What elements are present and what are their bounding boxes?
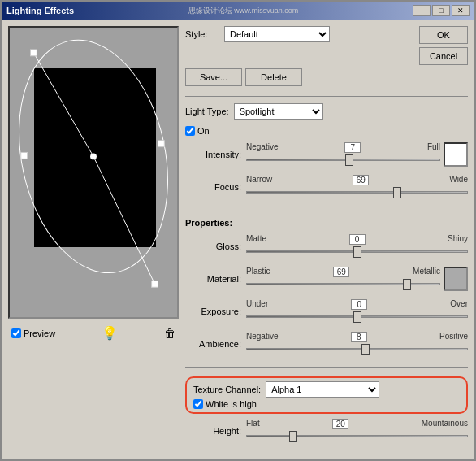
focus-label: Focus: [185, 182, 246, 192]
intensity-row: Intensity: Negative 7 Full [185, 142, 468, 167]
light-type-row: Light Type: Spotlight Omni Directional [185, 103, 468, 120]
texture-channel-row: Texture Channel: None Alpha 1 Alpha 2 [193, 381, 460, 398]
on-checkbox-row: On [185, 126, 468, 136]
style-label: Style: [185, 29, 218, 39]
top-right-buttons: OK Cancel [419, 26, 468, 65]
ambience-row: Ambience: Negative 8 Positive [185, 332, 468, 356]
exposure-value: 0 [351, 299, 367, 310]
focus-slider-container: Narrow 69 Wide [246, 175, 468, 199]
preview-canvas [8, 26, 179, 319]
material-left-label: Plastic [246, 267, 270, 277]
light-icon[interactable]: 💡 [102, 325, 118, 341]
gloss-right-label: Shiny [448, 234, 468, 245]
intensity-right-label: Full [427, 142, 440, 153]
on-label: On [197, 126, 210, 136]
trash-icon[interactable]: 🗑 [164, 327, 175, 340]
svg-rect-5 [21, 152, 28, 159]
svg-rect-4 [152, 281, 158, 287]
material-row: Material: Plastic 69 Metallic [185, 267, 468, 291]
gloss-label: Gloss: [185, 241, 246, 251]
preview-check: Preview [11, 328, 55, 338]
light-type-label: Light Type: [185, 107, 229, 116]
intensity-value: 7 [344, 142, 361, 153]
exposure-right-label: Over [450, 299, 468, 310]
preview-controls: Preview 💡 🗑 [8, 324, 179, 342]
texture-channel-select[interactable]: None Alpha 1 Alpha 2 [266, 381, 379, 398]
white-is-high-label: White is high [206, 399, 257, 409]
ambience-left-label: Negative [246, 332, 278, 342]
material-label: Material: [185, 274, 246, 284]
exposure-slider-container: Under 0 Over [246, 299, 468, 324]
height-left-label: Flat [246, 419, 260, 429]
title-bar-buttons: — □ ✕ [413, 5, 470, 16]
intensity-color-swatch[interactable] [444, 142, 468, 167]
material-right-label: Metallic [413, 267, 440, 277]
title-bar: Lighting Effects 思缘设计论坛 www.missvuan.com… [2, 2, 474, 20]
style-select[interactable]: Default [224, 26, 330, 42]
canvas-svg [10, 28, 177, 317]
svg-point-7 [90, 153, 97, 159]
ambience-slider[interactable] [246, 343, 468, 354]
save-button[interactable]: Save... [185, 68, 242, 86]
intensity-label: Intensity: [185, 150, 246, 159]
exposure-left-label: Under [246, 299, 268, 310]
ambience-right-label: Positive [439, 332, 468, 342]
height-right-label: Mountainous [422, 419, 468, 429]
focus-value: 69 [353, 175, 369, 185]
height-slider-container: Flat 20 Mountainous [246, 419, 468, 443]
material-value: 69 [333, 267, 349, 277]
lighting-effects-dialog: Lighting Effects 思缘设计论坛 www.missvuan.com… [0, 0, 476, 461]
delete-button[interactable]: Delete [245, 68, 302, 86]
intensity-left-label: Negative [246, 142, 278, 153]
watermark: 思缘设计论坛 www.missvuan.com [188, 6, 299, 16]
svg-rect-6 [158, 141, 164, 147]
intensity-slider-container: Negative 7 Full [246, 142, 440, 167]
height-value: 20 [332, 419, 348, 429]
properties-title: Properties: [185, 218, 468, 228]
height-row: Height: Flat 20 Mountainous [185, 419, 468, 443]
focus-slider[interactable] [246, 186, 468, 198]
preview-label: Preview [24, 328, 55, 338]
material-slider[interactable] [246, 278, 440, 289]
white-is-high-row: White is high [193, 399, 460, 409]
height-label: Height: [185, 426, 246, 436]
ambience-value: 8 [351, 332, 367, 342]
focus-left-label: Narrow [246, 175, 272, 185]
right-panel: Style: Default OK Cancel Save... Delete … [185, 26, 468, 453]
dialog-content: Preview 💡 🗑 Style: Default OK Cancel [2, 20, 474, 459]
preview-checkbox[interactable] [11, 328, 21, 338]
focus-row: Focus: Narrow 69 Wide [185, 175, 468, 199]
light-type-select[interactable]: Spotlight Omni Directional [234, 103, 323, 120]
focus-right-label: Wide [449, 175, 468, 185]
gloss-row: Gloss: Matte 0 Shiny [185, 234, 468, 259]
maximize-button[interactable]: □ [432, 5, 450, 16]
material-slider-container: Plastic 69 Metallic [246, 267, 440, 291]
gloss-left-label: Matte [246, 234, 266, 245]
dialog-title: Lighting Effects [6, 6, 74, 15]
gloss-slider[interactable] [246, 246, 468, 257]
exposure-row: Exposure: Under 0 Over [185, 299, 468, 324]
svg-line-2 [93, 156, 155, 284]
gloss-slider-container: Matte 0 Shiny [246, 234, 468, 259]
left-panel: Preview 💡 🗑 [8, 26, 179, 453]
ambience-slider-container: Negative 8 Positive [246, 332, 468, 356]
height-slider[interactable] [246, 430, 468, 441]
gloss-value: 0 [349, 234, 366, 245]
save-delete-row: Save... Delete [185, 68, 468, 86]
texture-channel-label: Texture Channel: [193, 385, 261, 394]
style-row: Style: Default [185, 26, 330, 42]
exposure-slider[interactable] [246, 311, 468, 322]
texture-section: Texture Channel: None Alpha 1 Alpha 2 Wh… [185, 376, 468, 414]
ok-button[interactable]: OK [419, 26, 468, 44]
ambience-label: Ambience: [185, 339, 246, 349]
svg-rect-3 [31, 50, 37, 56]
intensity-slider[interactable] [246, 154, 440, 165]
close-button[interactable]: ✕ [452, 5, 470, 16]
exposure-label: Exposure: [185, 307, 246, 316]
minimize-button[interactable]: — [413, 5, 431, 16]
cancel-button[interactable]: Cancel [419, 47, 468, 65]
svg-line-1 [33, 53, 93, 157]
white-is-high-checkbox[interactable] [193, 399, 203, 409]
on-checkbox[interactable] [185, 126, 195, 136]
material-color-swatch[interactable] [444, 267, 468, 291]
